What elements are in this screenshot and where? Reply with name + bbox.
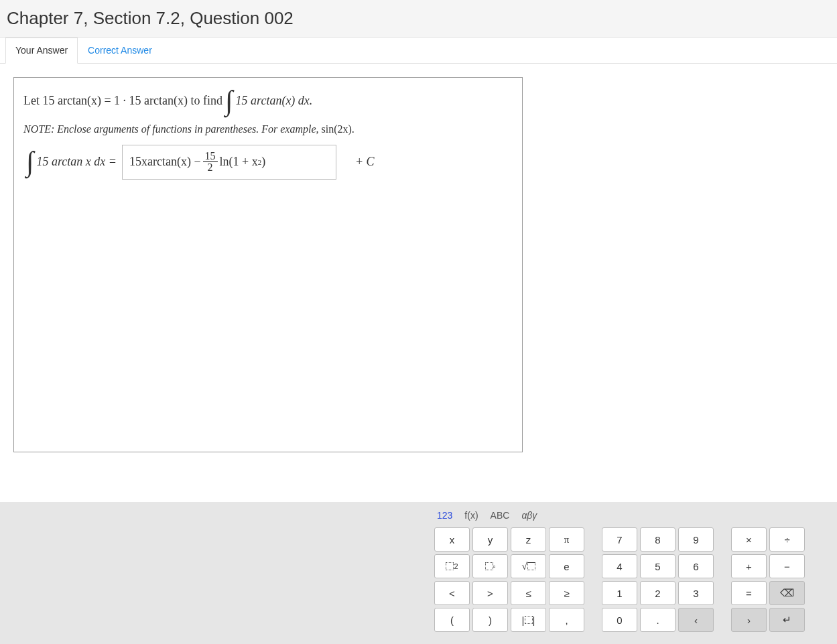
prompt-integrand: 15 arctan(x) dx. [236,94,313,108]
integral-icon: ∫ [26,151,34,174]
question-header: Chapter 7, Section 7.2, Question 002 [0,0,837,38]
integral-icon: ∫ [225,90,233,113]
answer-lhs: 15 arctan x dx = [37,155,117,169]
plus-c: + C [355,155,375,169]
note-example: sin(2x). [322,123,355,135]
prompt-text-pre: Let 15 arctan(x) = 1 · 15 arctan(x) to f… [23,94,222,108]
question-prompt: Let 15 arctan(x) = 1 · 15 arctan(x) to f… [23,90,513,113]
answer-row: ∫ 15 arctan x dx = 15xarctan(x) − 15 2 l… [23,145,513,180]
answer-fraction: 15 2 [203,151,218,173]
frac-den: 2 [206,162,215,173]
question-note: NOTE: Enclose arguments of functions in … [23,123,513,135]
tab-your-answer[interactable]: Your Answer [5,38,78,64]
answer-tabs: Your Answer Correct Answer [0,38,837,64]
question-box: Let 15 arctan(x) = 1 · 15 arctan(x) to f… [13,77,523,452]
answer-part2: ln(1 + x [220,155,258,169]
answer-input[interactable]: 15xarctan(x) − 15 2 ln(1 + x2) [122,145,336,180]
page-title: Chapter 7, Section 7.2, Question 002 [7,8,830,29]
answer-part3: ) [261,155,265,169]
note-text: NOTE: Enclose arguments of functions in … [23,123,322,135]
content-area: Let 15 arctan(x) = 1 · 15 arctan(x) to f… [0,64,837,466]
answer-part1: 15xarctan(x) − [129,155,201,169]
frac-num: 15 [203,151,218,162]
tab-correct-answer[interactable]: Correct Answer [78,38,162,63]
